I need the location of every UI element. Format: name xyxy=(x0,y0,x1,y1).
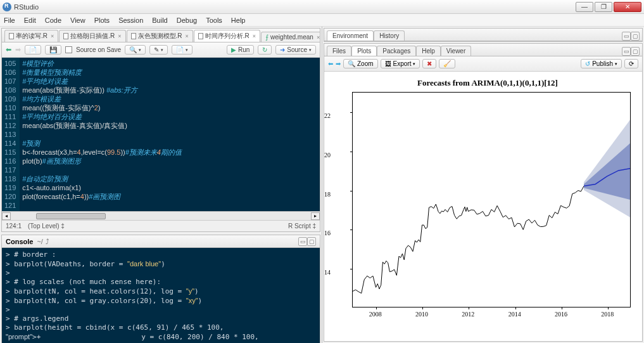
report-button[interactable]: 📄 ▾ xyxy=(172,45,193,55)
horizontal-scrollbar[interactable]: ◂ ▸ xyxy=(2,211,320,220)
tab-plots[interactable]: Plots xyxy=(351,46,377,56)
close-button[interactable]: ✕ xyxy=(614,2,641,12)
run-button[interactable]: ▶ Run xyxy=(227,45,254,55)
publish-button[interactable]: ↺ Publish ▾ xyxy=(581,59,622,68)
window-titlebar: RStudio — ❐ ✕ xyxy=(0,0,644,14)
close-tab-icon[interactable]: × xyxy=(51,33,54,39)
environment-pane: Environment History ▭ ▢ xyxy=(324,28,643,42)
editor-tab[interactable]: ⨍weighted.mean× xyxy=(261,32,320,42)
plot-area: Forecasts from ARIMA(0,1,1)(0,1,1)[12] 1… xyxy=(324,72,642,341)
forward-icon[interactable]: ➡ xyxy=(15,46,21,54)
menu-bar: File Edit Code View Plots Session Build … xyxy=(0,14,644,27)
tab-history[interactable]: History xyxy=(374,30,405,41)
prev-plot-icon[interactable]: ⬅ xyxy=(328,60,333,67)
menu-file[interactable]: File xyxy=(4,16,15,24)
window-title: RStudio xyxy=(14,3,576,11)
pane-minimize-icon[interactable]: ▭ xyxy=(298,237,307,246)
pane-maximize-icon[interactable]: ▢ xyxy=(307,237,316,246)
source-button[interactable]: ➜ Source ▾ xyxy=(275,45,316,55)
file-type-selector[interactable]: R Script ‡ xyxy=(288,223,316,230)
scrollbar-thumb[interactable] xyxy=(36,213,106,219)
show-in-new-window-button[interactable]: 📄 xyxy=(25,45,41,55)
file-icon xyxy=(63,33,68,39)
close-tab-icon[interactable]: × xyxy=(186,33,189,39)
scroll-right-icon[interactable]: ▸ xyxy=(311,212,320,220)
find-button[interactable]: 🔍 ▾ xyxy=(125,45,146,55)
pane-minimize-icon[interactable]: ▭ xyxy=(622,47,631,56)
clear-plots-button[interactable]: 🧹 xyxy=(439,59,455,68)
menu-build[interactable]: Build xyxy=(152,16,167,24)
editor-toolbar: ⬅ ➡ 📄 💾 Source on Save 🔍 ▾ ✎ ▾ 📄 ▾ ▶ Run… xyxy=(2,42,320,58)
menu-view[interactable]: View xyxy=(70,16,85,24)
menu-edit[interactable]: Edit xyxy=(24,16,36,24)
back-icon[interactable]: ⬅ xyxy=(6,46,11,54)
wand-button[interactable]: ✎ ▾ xyxy=(149,45,168,55)
scroll-left-icon[interactable]: ◂ xyxy=(2,212,11,220)
pane-maximize-icon[interactable]: ▢ xyxy=(631,47,640,56)
console-pane: Console ~/ ⤴ ▭ ▢ > # border : > barplot(… xyxy=(1,235,320,343)
source-on-save-checkbox[interactable] xyxy=(65,46,72,53)
source-on-save-label: Source on Save xyxy=(76,46,121,53)
pane-maximize-icon[interactable]: ▢ xyxy=(631,32,640,41)
editor-tab[interactable]: 灰色预测模型.R× xyxy=(127,30,193,42)
rerun-button[interactable]: ↻ xyxy=(258,45,272,55)
maximize-button[interactable]: ❐ xyxy=(595,2,612,12)
plots-pane: Files Plots Packages Help Viewer ▭ ▢ ⬅ ➡… xyxy=(324,43,643,342)
file-icon xyxy=(9,33,14,39)
plot-canvas xyxy=(352,92,631,307)
code-editor[interactable]: 1051061071081091101111121131141151161171… xyxy=(2,58,320,211)
function-icon: ⨍ xyxy=(265,34,268,41)
minimize-button[interactable]: — xyxy=(576,2,593,12)
export-button[interactable]: 🖼 Export ▾ xyxy=(381,59,420,68)
scope-selector[interactable]: (Top Level) ‡ xyxy=(28,223,65,230)
tab-help[interactable]: Help xyxy=(416,46,441,56)
rstudio-logo-icon xyxy=(3,3,11,11)
plots-toolbar: ⬅ ➡ 🔍 Zoom 🖼 Export ▾ ✖ 🧹 ↺ Publish ▾ ⟳ xyxy=(324,56,642,72)
tab-environment[interactable]: Environment xyxy=(327,30,374,41)
menu-debug[interactable]: Debug xyxy=(177,16,197,24)
plot-title: Forecasts from ARIMA(0,1,1)(0,1,1)[12] xyxy=(339,78,636,88)
file-icon xyxy=(198,33,203,39)
source-editor-pane: 率的读写.R× 拉格朗日插值.R× 灰色预测模型.R× 时间序列分析.R× ⨍w… xyxy=(1,28,320,232)
pane-minimize-icon[interactable]: ▭ xyxy=(622,32,631,41)
next-plot-icon[interactable]: ➡ xyxy=(336,60,341,67)
console-path-icon[interactable]: ⤴ xyxy=(46,238,49,245)
close-tab-icon[interactable]: × xyxy=(118,33,121,39)
menu-tools[interactable]: Tools xyxy=(206,16,222,24)
refresh-button[interactable]: ⟳ xyxy=(624,59,638,68)
editor-tab-active[interactable]: 时间序列分析.R× xyxy=(194,30,260,42)
editor-tab[interactable]: 率的读写.R× xyxy=(4,30,58,42)
close-tab-icon[interactable]: × xyxy=(317,34,320,41)
tab-viewer[interactable]: Viewer xyxy=(441,46,471,56)
remove-plot-button[interactable]: ✖ xyxy=(422,59,436,68)
console-path: ~/ xyxy=(37,238,42,245)
cursor-position: 124:1 xyxy=(6,223,22,230)
tab-packages[interactable]: Packages xyxy=(377,46,416,56)
file-icon xyxy=(131,33,136,39)
console-title: Console xyxy=(6,238,33,245)
menu-session[interactable]: Session xyxy=(118,16,143,24)
menu-plots[interactable]: Plots xyxy=(94,16,110,24)
console-header: Console ~/ ⤴ ▭ ▢ xyxy=(2,235,320,248)
tab-files[interactable]: Files xyxy=(327,46,351,56)
editor-statusbar: 124:1 (Top Level) ‡ R Script ‡ xyxy=(2,220,320,231)
menu-help[interactable]: Help xyxy=(231,16,246,24)
save-button[interactable]: 💾 xyxy=(45,45,61,55)
zoom-button[interactable]: 🔍 Zoom xyxy=(343,59,378,68)
close-tab-icon[interactable]: × xyxy=(253,33,256,39)
editor-tab[interactable]: 拉格朗日插值.R× xyxy=(59,30,125,42)
console-output[interactable]: > # border : > barplot(VADeaths, border … xyxy=(2,248,320,343)
editor-tabbar: 率的读写.R× 拉格朗日插值.R× 灰色预测模型.R× 时间序列分析.R× ⨍w… xyxy=(2,29,320,42)
menu-code[interactable]: Code xyxy=(45,16,61,24)
